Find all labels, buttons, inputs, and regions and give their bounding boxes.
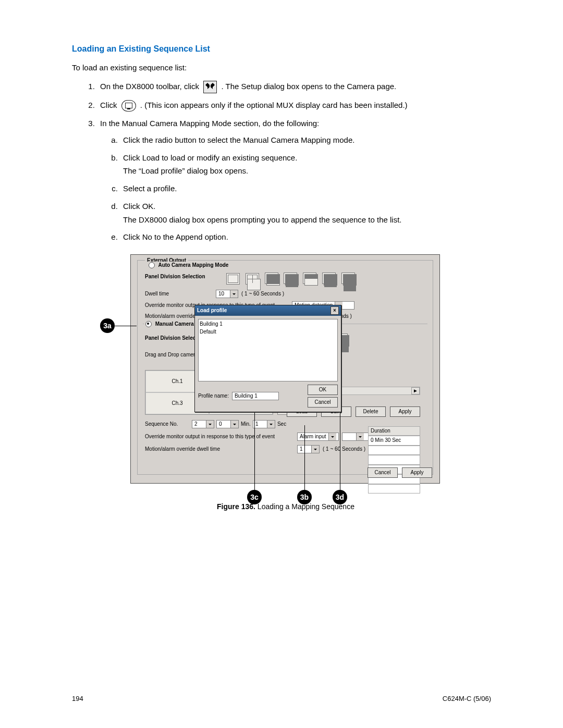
sequence-no-value: 2 [192, 421, 206, 428]
sub-d: Click OK. The DX8000 dialog box opens pr… [120, 201, 491, 226]
callout-3b: 3b [297, 490, 312, 504]
layout-4-icon[interactable] [246, 273, 259, 285]
sub-e: Click No to the Append option. [120, 231, 491, 243]
md-dwell-select[interactable]: 1 [297, 445, 320, 453]
override-event-value-3 [342, 433, 356, 441]
figure-number: Figure 136. [217, 502, 255, 511]
sub-b-text1: Click Load to load or modify an existing… [123, 153, 297, 162]
mux-display-icon [121, 100, 136, 112]
chevron-down-icon [267, 421, 275, 428]
step-3: In the Manual Camera Mapping Mode sectio… [97, 118, 491, 243]
layout-icons-row [226, 273, 427, 287]
setup-icon [203, 81, 217, 93]
main-steps: On the DX8000 toolbar, click . The Setup… [87, 81, 491, 243]
step-1: On the DX8000 toolbar, click . The Setup… [97, 81, 491, 93]
md-dwell-label: Motion/alarm override dwell time [145, 446, 294, 453]
external-output-dialog: External Output Auto Camera Mapping Mode… [130, 254, 440, 484]
step-2: Click . (This icon appears only if the o… [97, 100, 491, 112]
layout-16-icon[interactable] [341, 273, 355, 284]
figure-wrap: External Output Auto Camera Mapping Mode… [103, 254, 468, 512]
dwell-time-hint: ( 1 ~ 60 Seconds ) [241, 290, 284, 298]
second-value: 1 [253, 421, 267, 428]
manual-mode-radio[interactable] [145, 321, 152, 327]
duration-row6 [368, 484, 420, 494]
intro-text: To load an existing sequence list: [72, 62, 491, 73]
minute-label: Min. [241, 421, 251, 428]
sub-steps: Click the radio button to select the Man… [100, 134, 491, 243]
auto-mode-group: Auto Camera Mapping Mode [147, 262, 230, 269]
profile-list[interactable]: Building 1 Default [198, 319, 338, 381]
dwell-time-label: Dwell time [145, 290, 213, 298]
duration-table: Duration 0 Min 30 Sec [368, 426, 420, 494]
doc-id: C624M-C (5/06) [443, 694, 491, 704]
chevron-down-icon [328, 433, 336, 440]
sub-e-text: Click No to the Append option. [123, 232, 228, 241]
sub-c-text: Select a profile. [123, 184, 177, 193]
step-2-text-b: . (This icon appears only if the optiona… [140, 101, 408, 109]
manual-mode-group: Manual Camera M [144, 320, 201, 328]
sub-a-text: Click the radio button to select the Man… [123, 135, 354, 144]
step-3-text: In the Manual Camera Mapping Mode sectio… [100, 119, 319, 128]
layout-9-icon[interactable] [265, 273, 278, 284]
dwell-time-select[interactable]: 10 [216, 290, 238, 298]
minute-value: 0 [217, 421, 230, 428]
step-1-text-b: . The Setup dialog box opens to the Came… [221, 82, 396, 91]
callout-3a: 3a [100, 318, 115, 333]
ok-button[interactable]: OK [308, 385, 338, 395]
callout-3c: 3c [247, 490, 262, 504]
scroll-right-icon[interactable]: ► [411, 387, 420, 394]
close-icon[interactable]: × [331, 306, 339, 315]
second-select[interactable]: 1 [253, 420, 275, 428]
profile-item-1[interactable]: Default [200, 328, 336, 336]
page-footer: 194 C624M-C (5/06) [72, 694, 491, 704]
dwell-time-value: 10 [216, 290, 230, 298]
popup-cancel-button[interactable]: Cancel [308, 397, 338, 408]
minute-select[interactable]: 0 [216, 420, 239, 428]
layout-6-icon[interactable] [303, 273, 316, 284]
duration-header: Duration [368, 426, 420, 436]
duration-row2 [368, 446, 420, 455]
profile-item-0[interactable]: Building 1 [200, 320, 336, 328]
layout-12-icon[interactable] [284, 273, 297, 284]
load-profile-dialog: Load profile × Building 1 Default Profil… [194, 305, 341, 412]
override-event-select-2[interactable]: Alarm input [297, 433, 339, 441]
sequence-no-label: Sequence No. [145, 421, 190, 428]
manual-mode-label: Manual Camera M [155, 321, 200, 327]
duration-row1: 0 Min 30 Sec [368, 436, 420, 446]
auto-mode-label: Auto Camera Mapping Mode [158, 262, 228, 268]
sub-d-text2: The DX8000 dialog box opens prompting yo… [123, 214, 491, 226]
layout-1-icon[interactable] [226, 273, 240, 285]
figure-caption: Figure 136. Loading a Mapping Sequence [103, 501, 468, 512]
callout-3d: 3d [333, 490, 347, 504]
layout-12b-icon[interactable] [322, 273, 336, 284]
profile-name-label: Profile name: [198, 392, 229, 400]
override-event-label-2: Override monitor output in response to t… [145, 433, 294, 441]
chevron-down-icon [311, 446, 319, 453]
md-dwell-hint: ( 1 ~ 60 Seconds ) [323, 446, 365, 453]
chevron-down-icon [230, 421, 238, 428]
apply-button[interactable]: Apply [390, 406, 420, 417]
override-event-value-2: Alarm input [298, 433, 328, 441]
chevron-down-icon [356, 433, 364, 440]
chevron-down-icon [230, 290, 238, 298]
load-profile-title: Load profile [197, 307, 227, 315]
second-label: Sec [277, 421, 286, 428]
sub-c: Select a profile. [120, 183, 491, 194]
sub-b-text2: The “Load profile” dialog box opens. [123, 165, 491, 177]
auto-mode-radio[interactable] [149, 262, 155, 268]
profile-name-input[interactable]: Building 1 [232, 392, 279, 400]
sub-d-text1: Click OK. [123, 202, 156, 211]
page-number: 194 [72, 694, 83, 704]
chevron-down-icon [206, 421, 214, 428]
delete-button[interactable]: Delete [356, 406, 386, 417]
apply-button-2[interactable]: Apply [402, 467, 432, 478]
sub-b: Click Load to load or modify an existing… [120, 152, 491, 177]
cancel-button[interactable]: Cancel [368, 467, 398, 478]
step-1-text-a: On the DX8000 toolbar, click [100, 82, 199, 91]
duration-row3 [368, 455, 420, 465]
step-2-text-a: Click [100, 101, 117, 109]
sub-a: Click the radio button to select the Man… [120, 134, 491, 146]
section-title: Loading an Existing Sequence List [72, 43, 491, 55]
sequence-no-select[interactable]: 2 [192, 420, 214, 428]
